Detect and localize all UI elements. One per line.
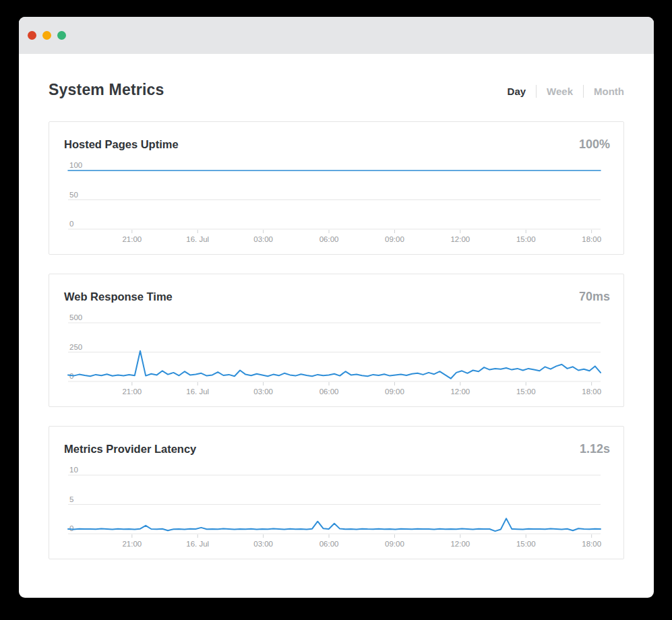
response-time-chart-card: Web Response Time 70ms 500250021:0016. J… [49, 274, 624, 407]
close-button-icon[interactable] [28, 31, 36, 40]
time-range-tabs: Day Week Month [508, 85, 624, 98]
svg-text:09:00: 09:00 [385, 540, 404, 548]
page-header: System Metrics Day Week Month [49, 81, 624, 102]
tab-separator [536, 85, 537, 98]
svg-text:18:00: 18:00 [582, 540, 601, 548]
svg-text:03:00: 03:00 [253, 540, 273, 548]
svg-text:16. Jul: 16. Jul [186, 388, 209, 396]
svg-text:16. Jul: 16. Jul [186, 540, 209, 548]
svg-text:12:00: 12:00 [450, 235, 470, 243]
tab-week[interactable]: Week [547, 86, 573, 97]
svg-text:06:00: 06:00 [319, 235, 339, 243]
svg-text:09:00: 09:00 [385, 388, 404, 396]
svg-text:03:00: 03:00 [253, 235, 273, 243]
svg-text:12:00: 12:00 [450, 540, 470, 548]
uptime-chart-card: Hosted Pages Uptime 100% 10050021:0016. … [49, 121, 624, 255]
svg-text:09:00: 09:00 [385, 235, 404, 243]
svg-text:21:00: 21:00 [122, 235, 142, 243]
svg-text:21:00: 21:00 [122, 388, 142, 396]
svg-text:06:00: 06:00 [319, 388, 339, 396]
svg-text:0: 0 [69, 524, 73, 532]
latency-chart-card: Metrics Provider Latency 1.12s 105021:00… [49, 426, 624, 559]
app-window: System Metrics Day Week Month Hosted Pag… [19, 17, 654, 598]
svg-text:50: 50 [69, 191, 78, 199]
chart-current-value: 1.12s [580, 442, 610, 456]
svg-text:12:00: 12:00 [450, 388, 470, 396]
svg-text:21:00: 21:00 [122, 540, 142, 548]
tab-day[interactable]: Day [508, 86, 526, 97]
svg-text:10: 10 [69, 466, 78, 474]
card-header: Metrics Provider Latency 1.12s [49, 427, 623, 456]
zoom-button-icon[interactable] [57, 31, 66, 40]
svg-text:15:00: 15:00 [516, 388, 536, 396]
svg-text:18:00: 18:00 [582, 388, 601, 396]
svg-text:03:00: 03:00 [253, 388, 273, 396]
chart-current-value: 100% [579, 137, 610, 152]
traffic-lights [28, 31, 66, 40]
svg-text:250: 250 [69, 343, 82, 351]
chart-title: Metrics Provider Latency [64, 443, 196, 456]
svg-text:100: 100 [69, 161, 82, 169]
tab-separator [583, 85, 584, 98]
svg-text:15:00: 15:00 [516, 540, 536, 548]
window-titlebar [19, 17, 654, 54]
chart-title: Web Response Time [64, 290, 173, 303]
card-header: Hosted Pages Uptime 100% [49, 122, 623, 152]
svg-text:16. Jul: 16. Jul [186, 235, 209, 243]
card-header: Web Response Time 70ms [49, 274, 623, 304]
svg-text:0: 0 [69, 220, 73, 228]
page-title: System Metrics [49, 81, 164, 99]
chart-title: Hosted Pages Uptime [64, 138, 179, 151]
svg-text:500: 500 [69, 313, 82, 321]
svg-text:15:00: 15:00 [516, 235, 536, 243]
tab-month[interactable]: Month [594, 86, 624, 97]
svg-text:06:00: 06:00 [319, 540, 339, 548]
svg-text:18:00: 18:00 [582, 235, 601, 243]
chart-current-value: 70ms [579, 290, 610, 304]
minimize-button-icon[interactable] [42, 31, 51, 40]
page-content: System Metrics Day Week Month Hosted Pag… [19, 54, 654, 559]
svg-text:5: 5 [69, 495, 73, 503]
